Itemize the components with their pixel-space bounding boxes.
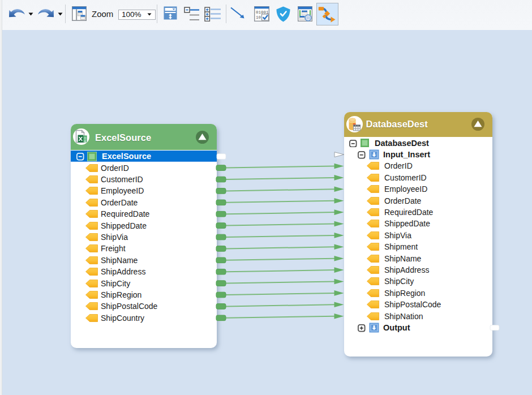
svg-text:10: 10 (256, 15, 261, 20)
svg-text:01001: 01001 (256, 10, 269, 15)
